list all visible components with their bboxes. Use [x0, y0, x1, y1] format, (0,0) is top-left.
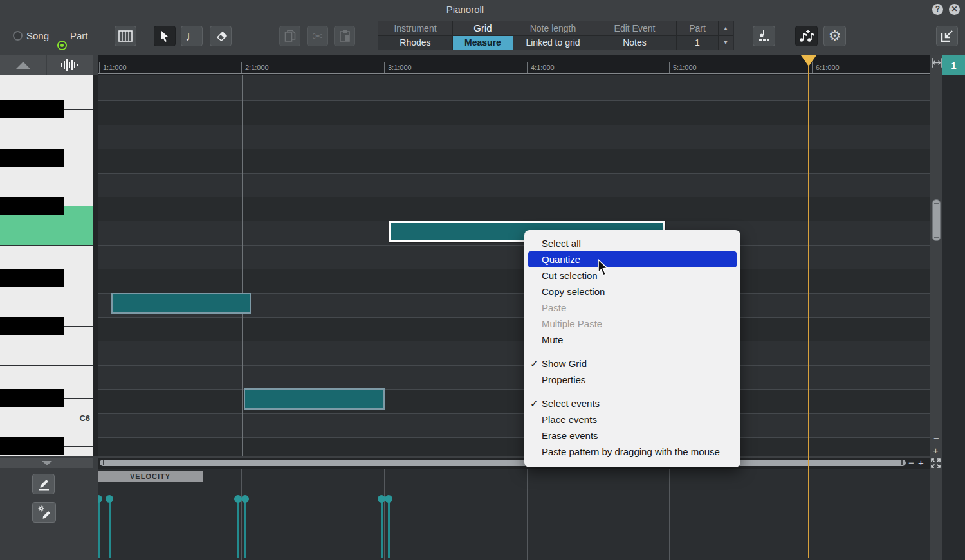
- velocity-stem[interactable]: [381, 499, 383, 558]
- black-key[interactable]: [0, 269, 64, 287]
- velocity-handle[interactable]: [241, 495, 249, 503]
- audition-button[interactable]: [47, 55, 93, 75]
- part-down-arrow[interactable]: ▼: [719, 36, 733, 51]
- key-separator: [64, 158, 93, 158]
- menu-item-mute[interactable]: Mute: [524, 332, 740, 348]
- velocity-lane[interactable]: VELOCITY: [98, 469, 930, 560]
- part-number-badge[interactable]: 1: [942, 55, 965, 75]
- scroll-up-button[interactable]: [0, 55, 47, 75]
- part-radio[interactable]: [57, 41, 67, 50]
- song-radio-label: Song: [26, 30, 49, 41]
- grid-row-line: [98, 365, 930, 366]
- note-icon: ♩: [185, 30, 198, 42]
- menu-item-paste[interactable]: Paste: [524, 300, 740, 316]
- step-record-button[interactable]: [753, 26, 775, 46]
- menu-item-quantize[interactable]: Quantize: [528, 251, 737, 267]
- dropdown-header-grid[interactable]: Grid: [453, 21, 513, 36]
- horizontal-scrollbar[interactable]: [100, 460, 906, 466]
- note-grid[interactable]: [98, 75, 930, 456]
- import-to-track-button[interactable]: [936, 26, 958, 46]
- black-key[interactable]: [0, 149, 64, 167]
- menu-item-paste-pattern-by-dragging-with-the-mouse[interactable]: Paste pattern by dragging with the mouse: [524, 444, 740, 460]
- velocity-stem[interactable]: [109, 499, 111, 558]
- draw-note-tool-button[interactable]: ♩: [181, 26, 203, 46]
- grid-row-line: [98, 413, 930, 414]
- grid-row-line: [98, 245, 930, 246]
- vertical-zoom-in-button[interactable]: +: [933, 446, 939, 455]
- menu-item-select-all[interactable]: Select all: [524, 235, 740, 251]
- menu-item-erase-events[interactable]: Erase events: [524, 428, 740, 444]
- vertical-zoom-out-button[interactable]: −: [933, 433, 939, 443]
- dropdown-value-part[interactable]: 1: [677, 36, 719, 51]
- menu-item-place-events[interactable]: Place events: [524, 411, 740, 428]
- part-up-arrow[interactable]: ▲: [719, 21, 733, 36]
- horizontal-scroll-row: [98, 458, 930, 469]
- close-icon[interactable]: ✕: [949, 4, 960, 15]
- keyboard-display-button[interactable]: [115, 26, 136, 46]
- velocity-tool-options-button[interactable]: [32, 502, 56, 523]
- velocity-stem[interactable]: [237, 499, 239, 558]
- dropdown-value-instrument[interactable]: Rhodes: [378, 36, 453, 51]
- pointer-icon: [160, 30, 170, 42]
- dropdown-value-edit-event[interactable]: Notes: [593, 36, 677, 51]
- piano-keyboard[interactable]: C6: [0, 75, 93, 456]
- ruler-label: 4:1:000: [531, 64, 555, 71]
- menu-item-select-events[interactable]: ✓Select events: [524, 395, 740, 411]
- horizontal-zoom-out-button[interactable]: −: [908, 458, 914, 467]
- paste-button[interactable]: [334, 26, 355, 46]
- dropdown-header-edit-event[interactable]: Edit Event: [593, 21, 677, 36]
- settings-button[interactable]: ⚙: [823, 26, 846, 46]
- menu-item-properties[interactable]: Properties: [524, 372, 740, 388]
- fit-width-button[interactable]: [932, 58, 942, 68]
- window-title: Pianoroll: [0, 4, 930, 15]
- key-separator: [0, 365, 93, 366]
- menu-item-show-grid[interactable]: ✓Show Grid: [524, 356, 740, 372]
- velocity-measure-line: [527, 469, 528, 560]
- menu-item-cut-selection[interactable]: Cut selection: [524, 267, 740, 284]
- menu-item-copy-selection[interactable]: Copy selection: [524, 284, 740, 300]
- black-key[interactable]: [0, 437, 64, 455]
- black-key-row: [98, 269, 930, 293]
- eraser-tool-button[interactable]: [210, 26, 232, 46]
- dropdown-header-part[interactable]: Part: [677, 21, 719, 36]
- add-notes-button[interactable]: [795, 26, 818, 46]
- black-key[interactable]: [0, 317, 64, 335]
- black-key-row: [98, 317, 930, 341]
- black-key[interactable]: [0, 100, 64, 118]
- dropdown-value-note-length[interactable]: Linked to grid: [513, 36, 593, 51]
- dropdown-header-instrument[interactable]: Instrument: [378, 21, 453, 36]
- cut-button[interactable]: ✂: [307, 26, 328, 46]
- velocity-stem[interactable]: [98, 499, 100, 558]
- dropdown-header-note-length[interactable]: Note length: [513, 21, 593, 36]
- key-separator: [64, 446, 93, 447]
- ruler-label: 1:1:000: [103, 64, 127, 71]
- velocity-stem[interactable]: [244, 499, 246, 558]
- dropdown-header-row: InstrumentGridNote lengthEdit EventPart▲: [378, 21, 734, 36]
- grid-row-line: [98, 125, 930, 125]
- menu-item-multiple-paste[interactable]: Multiple Paste: [524, 316, 740, 332]
- midi-note-as5[interactable]: [244, 388, 385, 410]
- velocity-handle[interactable]: [106, 495, 113, 503]
- playhead-marker[interactable]: [801, 55, 816, 66]
- draw-velocity-button[interactable]: [32, 474, 55, 494]
- vertical-scrollbar-thumb[interactable]: [932, 199, 941, 241]
- black-key[interactable]: [0, 197, 64, 215]
- black-key-row: [98, 437, 930, 456]
- copy-button[interactable]: [279, 26, 300, 46]
- velocity-handle[interactable]: [98, 495, 102, 503]
- horizontal-zoom-in-button[interactable]: +: [918, 458, 924, 467]
- import-arrow-icon: [941, 30, 953, 42]
- help-icon[interactable]: ?: [932, 4, 943, 15]
- expand-view-button[interactable]: [931, 458, 941, 468]
- dropdown-value-grid[interactable]: Measure: [453, 36, 513, 51]
- key-separator: [64, 109, 93, 110]
- velocity-stem[interactable]: [388, 499, 390, 558]
- add-note-icon: [799, 29, 814, 43]
- velocity-handle[interactable]: [385, 495, 392, 503]
- song-radio[interactable]: [13, 31, 23, 41]
- black-key[interactable]: [0, 389, 64, 407]
- select-tool-button[interactable]: [154, 26, 176, 46]
- selected-key-F6[interactable]: [0, 215, 93, 245]
- scroll-down-button[interactable]: [0, 458, 93, 468]
- midi-note-d6[interactable]: [111, 293, 251, 314]
